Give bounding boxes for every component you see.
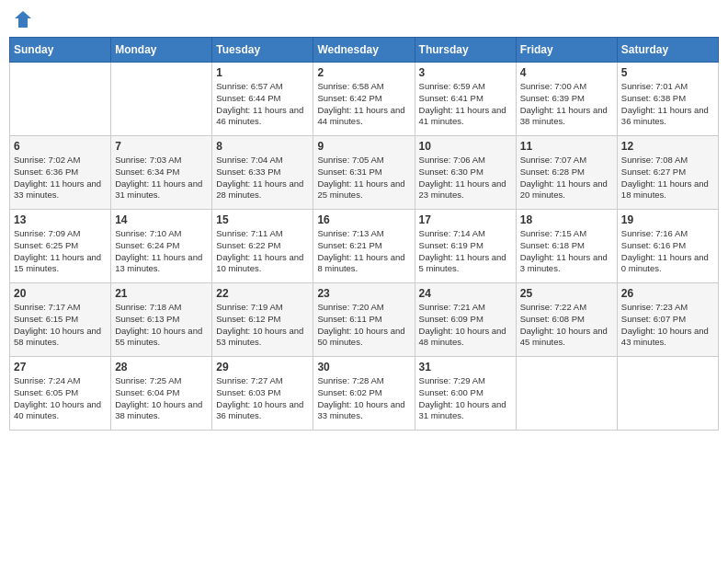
day-info: Sunrise: 6:59 AMSunset: 6:41 PMDaylight:… <box>419 81 512 128</box>
calendar-day-header: Tuesday <box>212 38 313 63</box>
day-number: 3 <box>419 66 512 79</box>
day-info: Sunrise: 7:04 AMSunset: 6:33 PMDaylight:… <box>216 155 309 201</box>
day-number: 26 <box>621 287 714 300</box>
calendar-cell: 17Sunrise: 7:14 AMSunset: 6:19 PMDayligh… <box>415 210 516 283</box>
day-number: 20 <box>14 287 107 300</box>
calendar-week-row: 20Sunrise: 7:17 AMSunset: 6:15 PMDayligh… <box>10 283 719 357</box>
day-info: Sunrise: 7:01 AMSunset: 6:38 PMDaylight:… <box>621 81 714 128</box>
calendar-cell: 2Sunrise: 6:58 AMSunset: 6:42 PMDaylight… <box>313 63 415 136</box>
calendar-cell: 14Sunrise: 7:10 AMSunset: 6:24 PMDayligh… <box>111 210 212 283</box>
day-number: 22 <box>216 287 309 300</box>
calendar-cell: 23Sunrise: 7:20 AMSunset: 6:11 PMDayligh… <box>313 283 415 357</box>
day-info: Sunrise: 7:17 AMSunset: 6:15 PMDaylight:… <box>14 302 107 349</box>
day-info: Sunrise: 7:21 AMSunset: 6:09 PMDaylight:… <box>419 302 512 349</box>
day-number: 28 <box>115 361 208 373</box>
day-info: Sunrise: 7:07 AMSunset: 6:28 PMDaylight:… <box>520 155 613 201</box>
calendar-cell: 9Sunrise: 7:05 AMSunset: 6:31 PMDaylight… <box>313 136 415 210</box>
calendar-cell <box>111 63 212 136</box>
day-number: 23 <box>317 287 410 300</box>
day-number: 7 <box>115 140 208 153</box>
calendar-cell: 12Sunrise: 7:08 AMSunset: 6:27 PMDayligh… <box>617 136 718 210</box>
calendar-cell: 30Sunrise: 7:28 AMSunset: 6:02 PMDayligh… <box>313 357 415 431</box>
day-info: Sunrise: 7:19 AMSunset: 6:12 PMDaylight:… <box>216 302 309 349</box>
calendar-week-row: 6Sunrise: 7:02 AMSunset: 6:36 PMDaylight… <box>10 136 719 210</box>
day-number: 14 <box>115 213 208 226</box>
calendar-cell: 8Sunrise: 7:04 AMSunset: 6:33 PMDaylight… <box>212 136 313 210</box>
day-info: Sunrise: 7:05 AMSunset: 6:31 PMDaylight:… <box>317 155 410 201</box>
day-info: Sunrise: 7:10 AMSunset: 6:24 PMDaylight:… <box>115 228 208 275</box>
day-number: 2 <box>317 66 410 79</box>
calendar-cell: 13Sunrise: 7:09 AMSunset: 6:25 PMDayligh… <box>10 210 111 283</box>
svg-marker-0 <box>15 11 31 28</box>
calendar-cell: 31Sunrise: 7:29 AMSunset: 6:00 PMDayligh… <box>415 357 516 431</box>
calendar-cell: 28Sunrise: 7:25 AMSunset: 6:04 PMDayligh… <box>111 357 212 431</box>
calendar-cell: 4Sunrise: 7:00 AMSunset: 6:39 PMDaylight… <box>516 63 617 136</box>
logo <box>13 9 35 29</box>
day-number: 5 <box>621 66 714 79</box>
calendar-cell <box>516 357 617 431</box>
day-number: 24 <box>419 287 512 300</box>
day-number: 1 <box>216 66 309 79</box>
calendar-header-row: SundayMondayTuesdayWednesdayThursdayFrid… <box>10 38 719 63</box>
calendar-day-header: Sunday <box>10 38 111 63</box>
calendar-day-header: Thursday <box>415 38 516 63</box>
calendar-cell: 27Sunrise: 7:24 AMSunset: 6:05 PMDayligh… <box>10 357 111 431</box>
calendar-day-header: Monday <box>111 38 212 63</box>
calendar-cell: 6Sunrise: 7:02 AMSunset: 6:36 PMDaylight… <box>10 136 111 210</box>
calendar-cell: 21Sunrise: 7:18 AMSunset: 6:13 PMDayligh… <box>111 283 212 357</box>
calendar-cell: 19Sunrise: 7:16 AMSunset: 6:16 PMDayligh… <box>617 210 718 283</box>
day-number: 27 <box>14 361 107 373</box>
day-info: Sunrise: 7:03 AMSunset: 6:34 PMDaylight:… <box>115 155 208 201</box>
calendar-cell: 25Sunrise: 7:22 AMSunset: 6:08 PMDayligh… <box>516 283 617 357</box>
day-info: Sunrise: 7:28 AMSunset: 6:02 PMDaylight:… <box>317 375 410 422</box>
day-number: 18 <box>520 213 613 226</box>
calendar-cell <box>10 63 111 136</box>
calendar-day-header: Friday <box>516 38 617 63</box>
day-info: Sunrise: 7:22 AMSunset: 6:08 PMDaylight:… <box>520 302 613 349</box>
day-number: 31 <box>419 361 512 373</box>
calendar-cell: 20Sunrise: 7:17 AMSunset: 6:15 PMDayligh… <box>10 283 111 357</box>
day-info: Sunrise: 7:08 AMSunset: 6:27 PMDaylight:… <box>621 155 714 201</box>
day-info: Sunrise: 7:15 AMSunset: 6:18 PMDaylight:… <box>520 228 613 275</box>
day-info: Sunrise: 7:18 AMSunset: 6:13 PMDaylight:… <box>115 302 208 349</box>
day-number: 30 <box>317 361 410 373</box>
calendar-cell: 15Sunrise: 7:11 AMSunset: 6:22 PMDayligh… <box>212 210 313 283</box>
calendar-week-row: 27Sunrise: 7:24 AMSunset: 6:05 PMDayligh… <box>10 357 719 431</box>
day-number: 15 <box>216 213 309 226</box>
day-info: Sunrise: 7:09 AMSunset: 6:25 PMDaylight:… <box>14 228 107 275</box>
page-header <box>9 9 719 29</box>
day-info: Sunrise: 7:11 AMSunset: 6:22 PMDaylight:… <box>216 228 309 275</box>
day-info: Sunrise: 6:58 AMSunset: 6:42 PMDaylight:… <box>317 81 410 128</box>
calendar-cell: 26Sunrise: 7:23 AMSunset: 6:07 PMDayligh… <box>617 283 718 357</box>
calendar-cell: 3Sunrise: 6:59 AMSunset: 6:41 PMDaylight… <box>415 63 516 136</box>
day-number: 8 <box>216 140 309 153</box>
calendar-day-header: Wednesday <box>313 38 415 63</box>
calendar-cell: 11Sunrise: 7:07 AMSunset: 6:28 PMDayligh… <box>516 136 617 210</box>
day-number: 17 <box>419 213 512 226</box>
calendar-cell: 18Sunrise: 7:15 AMSunset: 6:18 PMDayligh… <box>516 210 617 283</box>
calendar-week-row: 13Sunrise: 7:09 AMSunset: 6:25 PMDayligh… <box>10 210 719 283</box>
day-info: Sunrise: 7:16 AMSunset: 6:16 PMDaylight:… <box>621 228 714 275</box>
day-number: 12 <box>621 140 714 153</box>
calendar-cell: 10Sunrise: 7:06 AMSunset: 6:30 PMDayligh… <box>415 136 516 210</box>
day-info: Sunrise: 6:57 AMSunset: 6:44 PMDaylight:… <box>216 81 309 128</box>
day-info: Sunrise: 7:00 AMSunset: 6:39 PMDaylight:… <box>520 81 613 128</box>
day-number: 10 <box>419 140 512 153</box>
day-number: 13 <box>14 213 107 226</box>
day-number: 25 <box>520 287 613 300</box>
day-info: Sunrise: 7:25 AMSunset: 6:04 PMDaylight:… <box>115 375 208 422</box>
day-number: 16 <box>317 213 410 226</box>
day-number: 21 <box>115 287 208 300</box>
day-info: Sunrise: 7:24 AMSunset: 6:05 PMDaylight:… <box>14 375 107 422</box>
day-info: Sunrise: 7:06 AMSunset: 6:30 PMDaylight:… <box>419 155 512 201</box>
calendar-cell: 22Sunrise: 7:19 AMSunset: 6:12 PMDayligh… <box>212 283 313 357</box>
calendar-day-header: Saturday <box>617 38 718 63</box>
calendar-cell: 29Sunrise: 7:27 AMSunset: 6:03 PMDayligh… <box>212 357 313 431</box>
logo-icon <box>13 9 33 29</box>
day-info: Sunrise: 7:14 AMSunset: 6:19 PMDaylight:… <box>419 228 512 275</box>
calendar-table: SundayMondayTuesdayWednesdayThursdayFrid… <box>9 37 719 431</box>
day-info: Sunrise: 7:29 AMSunset: 6:00 PMDaylight:… <box>419 375 512 422</box>
calendar-cell: 5Sunrise: 7:01 AMSunset: 6:38 PMDaylight… <box>617 63 718 136</box>
day-number: 9 <box>317 140 410 153</box>
day-number: 4 <box>520 66 613 79</box>
